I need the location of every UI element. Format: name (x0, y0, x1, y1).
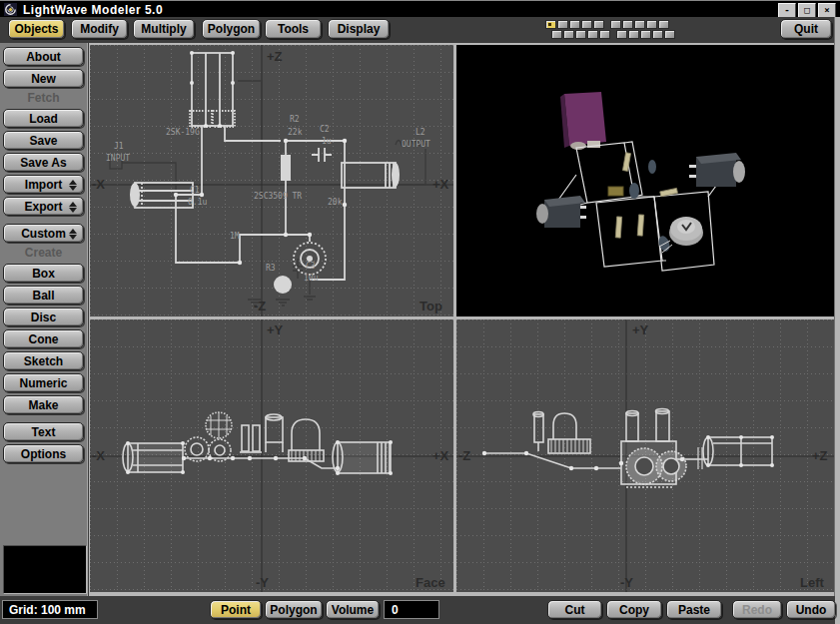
grid-size-readout: Grid: 100 mm (2, 600, 98, 619)
mode-point-button[interactable]: Point (210, 600, 262, 619)
layer-button-8-bg[interactable] (640, 30, 651, 39)
tab-polygon[interactable]: Polygon (202, 19, 261, 39)
save-button[interactable]: Save (3, 131, 84, 150)
layer-button-9-bg[interactable] (652, 30, 663, 39)
axis-label-top: +Z (267, 49, 283, 64)
layer-button-6-fg[interactable] (610, 20, 621, 29)
custom-dropdown[interactable]: Custom (3, 224, 84, 243)
quit-button[interactable]: Quit (780, 19, 832, 39)
tab-multiply[interactable]: Multiply (133, 19, 195, 39)
svg-text:1M: 1M (230, 232, 240, 241)
import-label: Import (25, 178, 62, 192)
layer-button-8-fg[interactable] (634, 20, 645, 29)
load-button[interactable]: Load (3, 109, 84, 128)
svg-text:2SC3509 TR: 2SC3509 TR (254, 192, 302, 201)
sketch-button[interactable]: Sketch (3, 351, 84, 370)
layer-button-9-fg[interactable] (646, 20, 657, 29)
layer-button-7-bg[interactable] (628, 30, 639, 39)
selection-count-field[interactable]: 0 (384, 600, 439, 619)
new-button[interactable]: New (3, 69, 84, 88)
window-right-border (834, 17, 840, 624)
title-bar: LightWave Modeler 5.0 - □ × (0, 0, 840, 18)
svg-text:L2: L2 (416, 128, 425, 137)
svg-text:C3: C3 (306, 262, 316, 271)
viewport-perspective[interactable] (456, 45, 834, 316)
svg-text:C1: C1 (190, 186, 200, 195)
tab-tools[interactable]: Tools (265, 19, 322, 39)
copy-button[interactable]: Copy (606, 600, 662, 619)
axis-label-right: +X (432, 177, 449, 192)
save-as-button[interactable]: Save As (3, 153, 84, 172)
layer-button-3-fg[interactable] (569, 20, 580, 29)
layer-button-5-fg[interactable] (593, 20, 604, 29)
viewport-face[interactable]: +Y -X +X -Y Face (90, 319, 453, 592)
svg-text:20k: 20k (328, 198, 343, 207)
minimize-icon[interactable]: - (778, 3, 796, 18)
export-dropdown[interactable]: Export (3, 197, 84, 216)
layer-button-1-fg[interactable] (545, 20, 556, 29)
updown-arrows-icon (69, 180, 77, 191)
axis-label-right: +Z (812, 448, 828, 463)
axis-label-left: -X (92, 448, 105, 463)
layer-selector (543, 19, 673, 41)
disc-button[interactable]: Disc (3, 308, 84, 326)
layer-button-1-bg[interactable] (551, 30, 562, 39)
tab-modify[interactable]: Modify (71, 19, 128, 39)
import-dropdown[interactable]: Import (3, 175, 84, 194)
maximize-icon[interactable]: □ (798, 3, 816, 18)
layer-button-6-bg[interactable] (616, 30, 627, 39)
menu-bar: Objects Modify Multiply Polygon Tools Di… (0, 17, 840, 43)
box-button[interactable]: Box (3, 264, 84, 283)
cone-button[interactable]: Cone (3, 329, 84, 348)
viewport-name-left: Left (800, 575, 825, 590)
text-button[interactable]: Text (3, 422, 84, 441)
app-icon (4, 3, 17, 16)
viewport-name-face: Face (416, 575, 445, 590)
make-button[interactable]: Make (3, 395, 84, 414)
viewport-name-top: Top (420, 299, 442, 313)
layer-button-3-bg[interactable] (575, 30, 586, 39)
svg-text:C2: C2 (320, 125, 330, 134)
viewport-left[interactable]: +Y -Z +Z -Y Left (456, 319, 834, 592)
custom-label: Custom (21, 227, 66, 241)
layer-button-4-fg[interactable] (581, 20, 592, 29)
options-button[interactable]: Options (3, 444, 84, 463)
mode-polygon-button[interactable]: Polygon (265, 600, 323, 619)
updown-arrows-icon (69, 229, 77, 240)
numeric-button[interactable]: Numeric (3, 373, 84, 392)
paste-button[interactable]: Paste (666, 600, 722, 619)
svg-text:2SK-19G: 2SK-19G (166, 128, 200, 137)
window-title: LightWave Modeler 5.0 (23, 3, 163, 17)
layer-button-10-fg[interactable] (658, 20, 669, 29)
ball-button[interactable]: Ball (3, 286, 84, 305)
redo-button: Redo (732, 600, 782, 619)
axis-label-bottom: -Y (256, 575, 269, 590)
axis-label-right: +X (432, 448, 449, 463)
svg-text:R2: R2 (290, 115, 300, 124)
layer-button-2-fg[interactable] (557, 20, 568, 29)
export-label: Export (24, 200, 62, 214)
layer-button-2-bg[interactable] (563, 30, 574, 39)
svg-text:10u: 10u (304, 274, 319, 283)
mode-volume-button[interactable]: Volume (326, 600, 380, 619)
layer-preview-box (3, 545, 87, 594)
layer-button-7-fg[interactable] (622, 20, 633, 29)
window-controls: - □ × (778, 3, 836, 18)
cut-button[interactable]: Cut (547, 600, 602, 619)
svg-text:R3: R3 (266, 264, 276, 273)
section-create: Create (3, 246, 84, 261)
undo-button[interactable]: Undo (786, 600, 836, 619)
axis-label-left: -Z (458, 448, 470, 463)
close-icon[interactable]: × (818, 3, 836, 18)
about-button[interactable]: About (3, 47, 84, 66)
sidebar: About New Fetch Load Save Save As Import… (0, 43, 88, 596)
section-fetch: Fetch (3, 91, 84, 106)
tab-objects[interactable]: Objects (8, 19, 65, 39)
tab-display[interactable]: Display (328, 19, 390, 39)
viewport-top[interactable]: J1 INPUT 2SK-19G R2 22k C2 1u L2 OUTPUT … (90, 45, 453, 316)
layer-button-5-bg[interactable] (599, 30, 610, 39)
svg-text:OUTPUT: OUTPUT (402, 140, 430, 149)
layer-button-10-bg[interactable] (664, 30, 675, 39)
layer-button-4-bg[interactable] (587, 30, 598, 39)
svg-text:22k: 22k (288, 128, 303, 137)
